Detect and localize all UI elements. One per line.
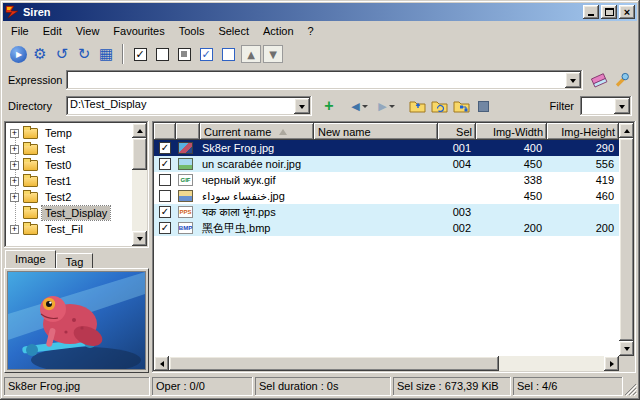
tree-scrollbar[interactable]: [132, 123, 147, 246]
menu-edit[interactable]: Edit: [36, 22, 69, 40]
uncheck-matching-button[interactable]: [217, 43, 239, 65]
status-oper: Oper : 0/0: [152, 377, 253, 396]
tree-item-test0[interactable]: + Test0: [6, 157, 132, 173]
column-header-img-height[interactable]: Img-Height: [547, 123, 619, 140]
tree-item-label[interactable]: Test0: [42, 158, 74, 172]
column-header-current-name[interactable]: Current name: [200, 123, 314, 140]
column-header-check[interactable]: [154, 123, 176, 140]
close-button[interactable]: ×: [619, 5, 635, 19]
tree-item-label-selected[interactable]: Test_Display: [42, 206, 110, 220]
expander-plus-icon[interactable]: +: [10, 145, 19, 154]
stop-button[interactable]: [472, 95, 494, 117]
row-checkbox[interactable]: [159, 174, 171, 186]
invert-selection-button[interactable]: [173, 43, 195, 65]
expander-plus-icon[interactable]: +: [10, 193, 19, 202]
tree-item-temp[interactable]: + Temp: [6, 125, 132, 141]
expander-plus-icon[interactable]: +: [10, 161, 19, 170]
tree-item-test2[interactable]: + Test2: [6, 189, 132, 205]
expander-plus-icon[interactable]: +: [10, 225, 19, 234]
column-header-img-width[interactable]: Img-Width: [476, 123, 547, 140]
tree-item-test[interactable]: + Test: [6, 141, 132, 157]
tree-item-test-fil[interactable]: + Test_Fil: [6, 221, 132, 237]
file-row-arabic-jpg[interactable]: خنفساء سوداء.jpg 450 460: [154, 188, 619, 204]
row-checkbox[interactable]: ✓: [159, 142, 171, 154]
file-row-hindi-pps[interactable]: ✓ PPS यक काला भृंग.pps 003: [154, 204, 619, 220]
menu-favourites[interactable]: Favourites: [106, 22, 171, 40]
expression-dropdown-button[interactable]: [565, 72, 581, 88]
scroll-up-button[interactable]: [132, 123, 147, 138]
options-button[interactable]: ⚙: [29, 43, 51, 65]
parent-folder-button[interactable]: [406, 95, 428, 117]
directory-combo[interactable]: D:\Test_Display: [66, 96, 312, 116]
tree-item-test1[interactable]: + Test1: [6, 173, 132, 189]
file-row-sk8er-frog[interactable]: ✓ Sk8er Frog.jpg 001 400 290: [154, 140, 619, 156]
row-checkbox[interactable]: [159, 190, 171, 202]
file-img-height: 419: [547, 172, 619, 188]
row-checkbox[interactable]: ✓: [159, 158, 171, 170]
filter-combo[interactable]: [580, 96, 632, 116]
scroll-down-button[interactable]: [132, 231, 147, 246]
column-header-sel[interactable]: Sel: [438, 123, 476, 140]
titlebar[interactable]: Siren ×: [3, 3, 637, 21]
expression-combo[interactable]: [66, 70, 583, 90]
back-button[interactable]: ◀: [346, 95, 373, 117]
file-row-scarabee[interactable]: ✓ un scarabée noir.jpg 004 450 556: [154, 156, 619, 172]
tree-scroll-thumb[interactable]: [132, 138, 147, 170]
maximize-button[interactable]: [601, 5, 617, 19]
tree-item-label[interactable]: Test2: [42, 190, 74, 204]
scroll-left-button[interactable]: [154, 356, 169, 371]
check-matching-button[interactable]: ✓: [195, 43, 217, 65]
select-all-button[interactable]: ✓: [129, 43, 151, 65]
minimize-button[interactable]: [583, 5, 599, 19]
list-vscrollbar[interactable]: [619, 123, 634, 356]
folder-tree[interactable]: + Temp + Test + Test0 + Test1 +: [6, 123, 132, 246]
redo-button[interactable]: ↻: [73, 43, 95, 65]
scroll-down-button[interactable]: [619, 341, 634, 356]
tree-item-label[interactable]: Temp: [42, 126, 75, 140]
move-down-button[interactable]: ▼: [263, 45, 283, 63]
column-header-icon[interactable]: [176, 123, 200, 140]
filter-dropdown-button[interactable]: [614, 98, 630, 114]
menu-file[interactable]: File: [4, 22, 36, 40]
tree-item-test-display[interactable]: Test_Display: [6, 205, 132, 221]
frog-image: [8, 272, 145, 369]
expression-editor-button[interactable]: [610, 69, 632, 91]
refresh-folder-button[interactable]: [428, 95, 450, 117]
clear-expression-button[interactable]: [588, 69, 610, 91]
list-vscroll-thumb[interactable]: [619, 138, 634, 341]
menu-action[interactable]: Action: [256, 22, 301, 40]
rename-button[interactable]: ▶: [7, 43, 29, 65]
undo-button[interactable]: ↺: [51, 43, 73, 65]
folder-tree-panel: + Temp + Test + Test0 + Test1 +: [4, 121, 149, 248]
partial-box-icon: [178, 48, 191, 61]
resize-grip[interactable]: [623, 382, 637, 396]
menu-view[interactable]: View: [69, 22, 107, 40]
tab-image[interactable]: Image: [5, 250, 56, 268]
tree-item-label[interactable]: Test: [42, 142, 68, 156]
add-favourite-button[interactable]: +: [318, 95, 340, 117]
menu-tools[interactable]: Tools: [172, 22, 212, 40]
list-hscrollbar[interactable]: [154, 356, 619, 371]
scroll-right-button[interactable]: [604, 356, 619, 371]
scroll-up-button[interactable]: [619, 123, 634, 138]
row-checkbox[interactable]: ✓: [159, 206, 171, 218]
column-header-new-name[interactable]: New name: [314, 123, 438, 140]
move-up-button[interactable]: ▲: [241, 45, 261, 63]
expander-plus-icon[interactable]: +: [10, 129, 19, 138]
directory-dropdown-button[interactable]: [294, 98, 310, 114]
file-row-chinese-bmp[interactable]: ✓ BMP 黑色甲虫.bmp 002 200 200: [154, 220, 619, 236]
list-hscroll-thumb[interactable]: [169, 356, 499, 371]
tree-item-label[interactable]: Test_Fil: [42, 222, 86, 236]
menu-help[interactable]: ?: [301, 22, 321, 40]
forward-button[interactable]: ▶: [373, 95, 400, 117]
folder-tree-button[interactable]: [450, 95, 472, 117]
menu-select[interactable]: Select: [211, 22, 256, 40]
row-checkbox[interactable]: ✓: [159, 222, 171, 234]
tab-tag[interactable]: Tag: [56, 253, 94, 268]
tree-item-label[interactable]: Test1: [42, 174, 74, 188]
keypad-button[interactable]: ▦: [95, 43, 117, 65]
unselect-all-button[interactable]: [151, 43, 173, 65]
file-row-cherny-zhuk[interactable]: GIF черный жук.gif 338 419: [154, 172, 619, 188]
directory-input[interactable]: D:\Test_Display: [70, 98, 146, 110]
expander-plus-icon[interactable]: +: [10, 177, 19, 186]
